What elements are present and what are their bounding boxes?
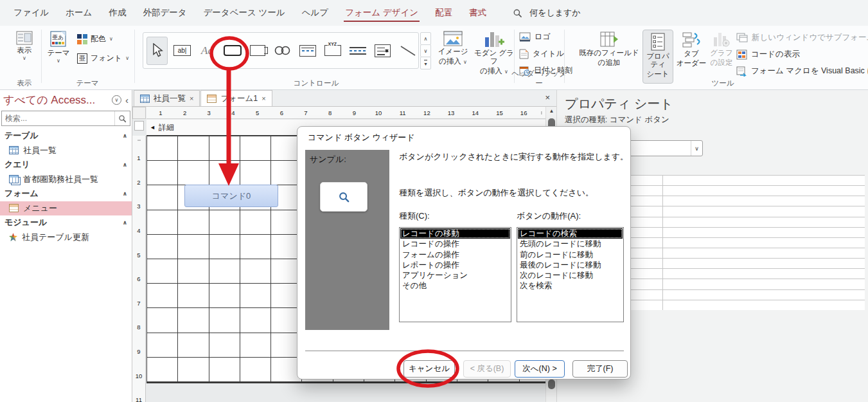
web-browser-control[interactable] xyxy=(297,37,318,65)
form-bottom-edge[interactable] xyxy=(146,382,545,383)
button-control[interactable] xyxy=(222,37,243,65)
colors-button[interactable]: 配色 ∨ xyxy=(77,33,113,44)
menu-tab[interactable]: データベース ツール xyxy=(195,0,294,26)
menu-tab[interactable]: 配置 xyxy=(427,0,461,26)
nav-search-input[interactable] xyxy=(2,114,114,123)
line-control[interactable] xyxy=(397,37,418,65)
vertical-ruler[interactable]: 1234567891011 xyxy=(132,136,146,402)
list-item[interactable]: 最後のレコードに移動 xyxy=(518,260,623,270)
ruler-number: 8 xyxy=(318,107,342,118)
svg-text:亜あ: 亜あ xyxy=(52,34,64,41)
finish-button[interactable]: 完了(F) xyxy=(572,360,628,378)
nav-row[interactable]: 社員テーブル更新 ∧ xyxy=(0,230,132,245)
chevron-up-icon[interactable]: ∧ xyxy=(123,219,127,226)
controls-scroll-down[interactable]: ∨ xyxy=(420,44,431,57)
group-box-control[interactable]: XYZ xyxy=(322,37,343,65)
nav-row[interactable]: 社員一覧 ∧ xyxy=(0,143,132,158)
list-item[interactable]: その他 xyxy=(400,280,510,291)
object-icon xyxy=(9,146,19,154)
close-object-icon[interactable]: × xyxy=(545,93,550,102)
ruler-corner[interactable] xyxy=(132,107,146,119)
menu-tab[interactable]: ヘルプ xyxy=(294,0,337,26)
nav-row[interactable]: メニュー ∧ xyxy=(0,201,132,216)
tab-control[interactable] xyxy=(247,37,268,65)
insert-image-button[interactable]: イメージ の挿入 ∨ xyxy=(434,31,472,66)
ruler-number: 11 xyxy=(391,107,415,118)
title-button[interactable]: タイトル xyxy=(519,48,564,59)
object-icon xyxy=(9,204,19,212)
action-listbox[interactable]: レコードの検索先頭のレコードに移動前のレコードに移動最後のレコードに移動次のレコ… xyxy=(517,227,624,322)
textbox-control[interactable]: ab| xyxy=(172,37,193,65)
controls-scroll-up[interactable]: ∧ xyxy=(420,32,431,45)
nav-row[interactable]: テーブル ∧ xyxy=(0,129,132,143)
list-item[interactable]: 前のレコードに移動 xyxy=(518,250,623,260)
search-icon[interactable] xyxy=(114,111,130,125)
close-icon[interactable]: × xyxy=(190,95,193,102)
list-item[interactable]: レコードの操作 xyxy=(400,239,510,249)
list-item[interactable]: 先頭のレコードに移動 xyxy=(518,239,623,249)
ruler-number: 10 xyxy=(366,107,391,118)
navigation-control-icon xyxy=(375,44,391,57)
tab-order-button[interactable]: タブ オーダー xyxy=(676,31,707,68)
list-item[interactable]: 次を検索 xyxy=(518,280,623,291)
close-icon[interactable]: × xyxy=(261,95,265,102)
chevron-up-icon[interactable]: ∧ xyxy=(123,132,127,139)
ruler-number: 15 xyxy=(488,107,512,118)
view-code-button[interactable]: コードの表示 xyxy=(736,49,800,60)
category-listbox[interactable]: レコードの移動レコードの操作フォームの操作レポートの操作アプリケーションその他 xyxy=(399,227,511,322)
cancel-button[interactable]: キャンセル xyxy=(403,360,455,378)
object-tab[interactable]: フォーム1 × xyxy=(200,90,272,106)
chevron-up-icon[interactable]: ∧ xyxy=(123,161,127,168)
menu-tab[interactable]: 作成 xyxy=(100,0,134,26)
object-tab[interactable]: 社員一覧 × xyxy=(134,90,200,106)
label-control[interactable]: Aa xyxy=(197,37,218,65)
ruler-number: 2 xyxy=(134,170,143,195)
ruler-number: 13 xyxy=(439,107,463,118)
select-tool[interactable] xyxy=(146,37,168,65)
section-selector[interactable] xyxy=(134,121,144,131)
menu-tab[interactable]: 外部データ xyxy=(134,0,195,26)
group-separator xyxy=(134,30,135,83)
logo-button[interactable]: ロゴ xyxy=(519,32,551,42)
command0-button[interactable]: コマンド0 xyxy=(184,185,278,207)
menu-tab[interactable]: フォーム デザイン xyxy=(337,0,427,26)
list-item[interactable]: レポートの操作 xyxy=(400,260,510,270)
nav-row[interactable]: 首都圏勤務社員一覧 ∧ xyxy=(0,172,132,187)
next-button[interactable]: 次へ(N) > xyxy=(515,360,565,378)
theme-button[interactable]: 亜あ テーマ ∨ xyxy=(44,31,73,64)
combo-dropdown-icon[interactable]: ∨ xyxy=(691,141,702,156)
menu-tab[interactable]: ホーム xyxy=(57,0,100,26)
page-break-control[interactable] xyxy=(347,37,368,65)
convert-macros-button[interactable]: フォーム マクロを Visual Basic に変換 xyxy=(736,66,868,77)
horizontal-ruler[interactable]: 12345678910111213141516 xyxy=(146,107,545,119)
page-break-icon xyxy=(350,46,366,55)
hyperlink-control[interactable] xyxy=(272,37,293,65)
list-item[interactable]: フォームの操作 xyxy=(400,250,510,260)
scrollbar-thumb-bottom[interactable] xyxy=(548,379,555,389)
list-item[interactable]: レコードの移動 xyxy=(400,228,510,239)
nav-row[interactable]: モジュール ∧ xyxy=(0,215,132,230)
ruler-number: 5 xyxy=(245,107,270,118)
nav-row[interactable]: フォーム ∧ xyxy=(0,187,132,201)
ruler-number: 6 xyxy=(269,107,294,118)
menu-tab[interactable]: 書式 xyxy=(461,0,495,26)
add-existing-fields-button[interactable]: 既存のフィールド の追加 xyxy=(573,31,645,67)
scroll-up-icon[interactable]: ▲ xyxy=(546,108,557,114)
nav-menu-icon[interactable]: ∨ xyxy=(112,95,121,105)
nav-pane-title[interactable]: すべての Access... ∨ ‹ xyxy=(0,90,132,109)
property-sheet-button[interactable]: プロパティ シート xyxy=(642,30,673,84)
tab-control-icon xyxy=(250,45,265,56)
controls-more-button[interactable]: ▾ xyxy=(420,57,431,69)
group-separator xyxy=(564,30,565,83)
shutter-close-icon[interactable]: ‹ xyxy=(125,95,128,105)
view-button[interactable]: 表示 ∨ xyxy=(9,31,40,61)
fonts-button[interactable]: 亜 フォント ∨ xyxy=(77,53,129,64)
list-item[interactable]: 次のレコードに移動 xyxy=(518,270,623,280)
menu-tab[interactable]: ファイル xyxy=(5,0,57,26)
nav-row[interactable]: クエリ ∧ xyxy=(0,158,132,172)
list-item[interactable]: レコードの検索 xyxy=(518,228,623,239)
chevron-up-icon[interactable]: ∧ xyxy=(123,190,127,197)
tell-me-search[interactable]: 何をしますか xyxy=(513,7,581,19)
list-item[interactable]: アプリケーション xyxy=(400,270,510,280)
navigation-control[interactable] xyxy=(372,37,393,65)
